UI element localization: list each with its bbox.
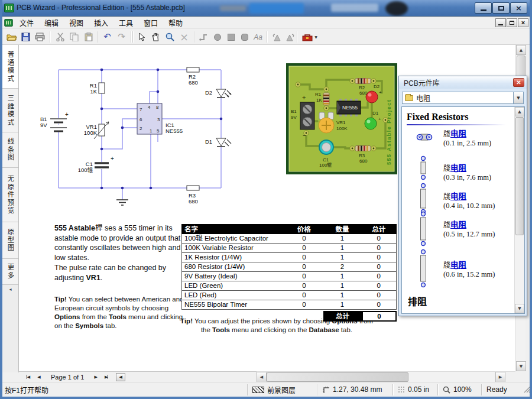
pcb-resistor-r3[interactable]	[355, 146, 371, 151]
pad-tool-button[interactable]	[210, 30, 224, 44]
library-category-combobox[interactable]: 电阻 ▼	[402, 92, 524, 104]
menu-insert[interactable]: 插入	[89, 17, 113, 29]
redo-button[interactable]: ↷	[115, 30, 128, 44]
tab-line-art[interactable]: 线条图	[2, 132, 18, 168]
resistor-r2[interactable]	[187, 67, 199, 72]
tabstrip-collapse-button[interactable]: ◂	[2, 285, 18, 292]
splitter-handle[interactable]: ◀	[116, 373, 125, 381]
pcb-led-d2[interactable]	[366, 91, 378, 103]
menu-file[interactable]: 文件	[15, 17, 38, 29]
close-button[interactable]: ×	[510, 2, 527, 14]
component-link[interactable]: 电阻	[450, 220, 466, 229]
mdi-close-button[interactable]: ×	[518, 18, 528, 27]
text-tool-button[interactable]: Aa	[251, 30, 265, 44]
tab-no-component-preview[interactable]: 无原件预览	[2, 168, 18, 222]
combobox-dropdown-button[interactable]: ▼	[513, 92, 523, 103]
tip-text: tab.	[339, 326, 352, 333]
zoom-tool-button[interactable]	[163, 30, 177, 44]
pcb-terminal-block-b1[interactable]	[300, 102, 314, 129]
menu-view[interactable]: 视图	[64, 17, 88, 29]
pan-tool-button[interactable]	[149, 30, 163, 44]
led-d1[interactable]	[216, 138, 231, 147]
save-button[interactable]	[19, 30, 33, 44]
library-item[interactable]: 牋电阻 (0.5 in, 12.7 mm)	[443, 218, 495, 239]
undo-button[interactable]: ↶	[100, 30, 114, 44]
resistor-r1[interactable]	[99, 83, 105, 93]
delete-tool-button[interactable]: ×	[177, 30, 191, 44]
label-b1-value: 9V	[40, 122, 47, 128]
battery-b1[interactable]	[50, 119, 67, 131]
pcb-chip-ne555[interactable]: NE555	[337, 99, 361, 116]
resize-grip[interactable]	[524, 386, 531, 393]
background-window-artifact	[385, 1, 408, 16]
menu-edit[interactable]: 编辑	[40, 17, 63, 29]
library-item[interactable]: 牋电阻 (0.1 in, 2.5 mm)	[443, 127, 491, 148]
library-scroll-up[interactable]: ▲	[515, 107, 524, 116]
menu-window[interactable]: 窗口	[139, 17, 163, 29]
cell-name: 100K Variable Resistor	[182, 244, 285, 252]
capacitor-c1[interactable]	[95, 163, 109, 167]
pcb-label-d1: D1	[372, 111, 379, 116]
component-link[interactable]: 电阻	[450, 129, 466, 138]
pcb-d1-plus: +	[378, 116, 381, 122]
pcb-capacitor-c1[interactable]	[319, 140, 333, 154]
title-bar[interactable]: PCB Wizard - Professional Edition - [555…	[0, 0, 532, 17]
hscroll-thumb[interactable]	[267, 372, 408, 382]
component-link[interactable]: 电阻	[450, 192, 466, 201]
cut-button[interactable]	[53, 30, 67, 44]
layer-indicator[interactable]: 前景图层	[247, 384, 317, 395]
pcb-preview[interactable]: NE555	[286, 63, 397, 174]
next-page-button[interactable]: ▶	[91, 373, 100, 381]
library-scroll-down[interactable]: ▼	[515, 304, 524, 313]
schematic-drawing[interactable]: B1 9V + R1 1K VR1 100K C1 100辊 + IC1 NE5…	[32, 56, 286, 225]
component-link[interactable]: 电阻	[450, 261, 466, 270]
library-item[interactable]: 牋电阻 (0.4 in, 10.2 mm)	[443, 190, 495, 210]
tab-more[interactable]: 更多	[2, 259, 18, 285]
prev-page-button[interactable]: ◀	[34, 373, 44, 381]
scroll-up-button[interactable]: ▲	[516, 45, 526, 55]
mdi-minimize-button[interactable]	[495, 18, 506, 27]
open-button[interactable]	[5, 30, 18, 44]
scroll-down-button[interactable]: ▼	[516, 361, 526, 371]
rotate-right-button[interactable]	[283, 30, 297, 44]
scroll-right-button[interactable]: ▶	[495, 372, 505, 382]
mdi-restore-button[interactable]	[507, 18, 517, 27]
library-close-button[interactable]: ✕	[513, 78, 524, 87]
library-item[interactable]: 牋电阻 (0.6 in, 15.2 mm)	[443, 258, 495, 279]
last-page-button[interactable]: ▶	[102, 373, 111, 381]
scroll-left-button[interactable]: ◀	[257, 372, 267, 382]
tab-normal-mode[interactable]: 普通模式	[2, 45, 18, 89]
menu-help[interactable]: 帮助	[164, 17, 187, 29]
pcb-resistor-r2[interactable]	[355, 79, 371, 84]
library-item[interactable]: 牋电阻 (0.3 in, 7.6 mm)	[443, 161, 491, 182]
minimize-button[interactable]	[475, 2, 492, 14]
pcb-resistor-r1[interactable]	[323, 93, 329, 105]
resistor-r3[interactable]	[187, 186, 199, 190]
library-scrollbar[interactable]: ▲ ▼	[514, 107, 524, 313]
library-scroll-thumb[interactable]	[515, 117, 524, 235]
tab-prototype[interactable]: 原型图	[2, 222, 18, 259]
led-d2[interactable]	[216, 89, 231, 98]
paste-button[interactable]	[82, 30, 95, 44]
document-hscrollbar[interactable]: ◀ ▶	[257, 371, 515, 382]
print-button[interactable]	[33, 30, 47, 44]
zoom-indicator[interactable]: 100%	[437, 384, 481, 395]
rotate-left-button[interactable]	[270, 30, 283, 44]
first-page-button[interactable]: ◀	[24, 373, 33, 381]
copy-button[interactable]	[67, 30, 81, 44]
label-r2-value: 680	[189, 79, 198, 86]
library-panel-titlebar[interactable]: PCB元件库 ✕	[399, 76, 527, 89]
track-tool-button[interactable]	[197, 30, 210, 44]
maximize-button[interactable]	[492, 2, 510, 14]
tab-3d-mode[interactable]: 三维模式	[2, 89, 18, 132]
component-gallery-button[interactable]: ▼	[300, 30, 320, 44]
rounded-pad-tool-button[interactable]	[238, 30, 251, 44]
square-pad-tool-button[interactable]	[224, 30, 238, 44]
tip-bold-database: Database	[309, 326, 339, 333]
component-link[interactable]: 电阻	[450, 164, 466, 173]
menu-tools[interactable]: 工具	[114, 17, 138, 29]
grid-indicator[interactable]: 0.05 in	[392, 384, 437, 395]
pcb-label-r3-value: 680	[359, 158, 368, 164]
select-tool-button[interactable]	[135, 30, 148, 44]
pcb-led-d1[interactable]	[365, 118, 377, 129]
